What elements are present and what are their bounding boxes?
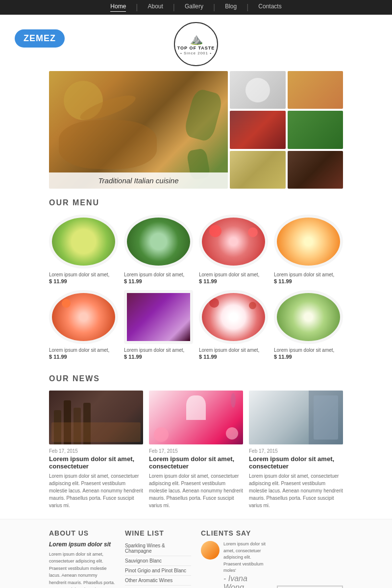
bottom-section: ABOUT US Lorem ipsum dolor sit Lorem ips… bbox=[0, 519, 392, 588]
menu-item-8-desc: Lorem ipsum dolor sit amet, bbox=[274, 347, 343, 354]
menu-section-title: OUR MENU bbox=[0, 198, 392, 207]
nav-home[interactable]: Home bbox=[110, 3, 126, 12]
brand-since: • Since 2001 • bbox=[180, 51, 212, 55]
hero-thumb-1 bbox=[230, 71, 286, 109]
news-1-title: Lorem ipsum dolor sit amet, consectetuer bbox=[49, 455, 143, 470]
wine-list: Sparkling Wines & Champagne Sauvignon Bl… bbox=[125, 541, 191, 588]
news-2-body: Lorem ipsum dolor sit amet, consectetuer… bbox=[149, 472, 243, 509]
nav-gallery[interactable]: Gallery bbox=[185, 3, 203, 12]
news-grid: Feb 17, 2015 Lorem ipsum dolor sit amet,… bbox=[0, 391, 392, 509]
hero-thumb-5 bbox=[230, 151, 286, 189]
menu-item-3-price: $ 11.99 bbox=[199, 278, 268, 284]
menu-item-3: Lorem ipsum dolor sit amet, $ 11.99 bbox=[199, 215, 268, 284]
news-section: OUR NEWS Feb 17, 2015 Lorem ipsum dolor … bbox=[0, 374, 392, 509]
hero-thumb-4 bbox=[288, 111, 343, 148]
news-item-2: Feb 17, 2015 Lorem ipsum dolor sit amet,… bbox=[149, 391, 243, 509]
menu-item-4-price: $ 11.99 bbox=[274, 278, 343, 284]
menu-item-1-price: $ 11.99 bbox=[49, 278, 118, 284]
nav-about[interactable]: About bbox=[147, 3, 163, 12]
wine-column: WINE LIST Sparkling Wines & Champagne Sa… bbox=[125, 529, 191, 588]
menu-item-1: Lorem ipsum dolor sit amet, $ 11.99 bbox=[49, 215, 118, 284]
menu-item-3-desc: Lorem ipsum dolor sit amet, bbox=[199, 271, 268, 278]
about-column: ABOUT US Lorem ipsum dolor sit Lorem ips… bbox=[49, 529, 115, 588]
menu-item-6-desc: Lorem ipsum dolor sit amet, bbox=[124, 347, 193, 354]
client-review-1-text: Lorem ipsum dolor sit amet, consectetuer… bbox=[223, 541, 267, 574]
nav-contacts[interactable]: Contacts bbox=[258, 3, 281, 12]
wine-item-4[interactable]: Other Aromatic Wines bbox=[125, 576, 191, 586]
menu-item-8-price: $ 11.99 bbox=[274, 354, 343, 360]
about-title: ABOUT US bbox=[49, 529, 115, 537]
wine-item-5[interactable]: Chardonnay bbox=[125, 586, 191, 588]
hero-caption: Traditional Italian cuisine bbox=[49, 172, 228, 189]
nav-blog[interactable]: Blog bbox=[225, 3, 237, 12]
news-1-body: Lorem ipsum dolor sit amet, consectetuer… bbox=[49, 472, 143, 509]
zemez-logo: ZEMEZ bbox=[15, 29, 65, 48]
menu-item-2-desc: Lorem ipsum dolor sit amet, bbox=[124, 271, 193, 278]
about-body: Lorem ipsum dolor sit amet, consectetuer… bbox=[49, 551, 115, 588]
clients-column: CLIENTS SAY Lorem ipsum dolor sit amet, … bbox=[201, 529, 267, 588]
menu-section: OUR MENU Lorem ipsum dolor sit amet, $ 1… bbox=[0, 198, 392, 360]
brand-logo: ⛰️ TOP OF TASTE • Since 2001 • bbox=[174, 22, 218, 66]
news-3-body: Lorem ipsum dolor sit amet, consectetuer… bbox=[249, 472, 343, 509]
menu-item-5-price: $ 11.99 bbox=[49, 354, 118, 360]
menu-item-4-desc: Lorem ipsum dolor sit amet, bbox=[274, 271, 343, 278]
news-section-title: OUR NEWS bbox=[0, 374, 392, 383]
hero-thumb-3 bbox=[230, 111, 286, 148]
news-image-1 bbox=[49, 391, 143, 444]
site-header: ZEMEZ ⛰️ TOP OF TASTE • Since 2001 • bbox=[0, 15, 392, 71]
about-subtitle: Lorem ipsum dolor sit bbox=[49, 541, 115, 548]
news-3-date: Feb 17, 2015 bbox=[249, 448, 343, 454]
menu-item-7: Lorem ipsum dolor sit amet, $ 11.99 bbox=[199, 290, 268, 360]
menu-item-1-desc: Lorem ipsum dolor sit amet, bbox=[49, 271, 118, 278]
news-2-title: Lorem ipsum dolor sit amet, consectetuer bbox=[149, 455, 243, 470]
news-3-title: Lorem ipsum dolor sit amet, consectetuer bbox=[249, 455, 343, 470]
hero-grid bbox=[230, 71, 343, 189]
news-2-date: Feb 17, 2015 bbox=[149, 448, 243, 454]
news-image-2 bbox=[149, 391, 243, 444]
promo-column: ❧ ❦ Wedding MENU SAVE 20% ❧ ❦ bbox=[277, 529, 343, 588]
hero-section: Traditional Italian cuisine bbox=[0, 71, 392, 189]
news-image-3 bbox=[249, 391, 343, 444]
top-navigation: Home | About | Gallery | Blog | Contacts bbox=[0, 0, 392, 15]
clients-title: CLIENTS SAY bbox=[201, 529, 267, 537]
wine-item-1[interactable]: Sparkling Wines & Champagne bbox=[125, 541, 191, 556]
menu-item-8: Lorem ipsum dolor sit amet, $ 11.99 bbox=[274, 290, 343, 360]
news-1-date: Feb 17, 2015 bbox=[49, 448, 143, 454]
promo-box: ❧ ❦ Wedding MENU SAVE 20% ❧ ❦ bbox=[277, 586, 343, 588]
menu-grid: Lorem ipsum dolor sit amet, $ 11.99 Lore… bbox=[0, 215, 392, 360]
client-review-1-content: Lorem ipsum dolor sit amet, consectetuer… bbox=[223, 541, 267, 588]
menu-item-7-desc: Lorem ipsum dolor sit amet, bbox=[199, 347, 268, 354]
client-review-1: Lorem ipsum dolor sit amet, consectetuer… bbox=[201, 541, 267, 588]
menu-item-5-desc: Lorem ipsum dolor sit amet, bbox=[49, 347, 118, 354]
hero-main-image: Traditional Italian cuisine bbox=[49, 71, 228, 189]
nav-bar: Home | About | Gallery | Blog | Contacts bbox=[0, 0, 392, 15]
news-item-1: Feb 17, 2015 Lorem ipsum dolor sit amet,… bbox=[49, 391, 143, 509]
wine-item-2[interactable]: Sauvignon Blanc bbox=[125, 556, 191, 566]
menu-item-5: Lorem ipsum dolor sit amet, $ 11.99 bbox=[49, 290, 118, 360]
news-item-3: Feb 17, 2015 Lorem ipsum dolor sit amet,… bbox=[249, 391, 343, 509]
mountain-icon: ⛰️ bbox=[190, 33, 203, 46]
client-name-1: - Ivana Wong bbox=[223, 574, 267, 588]
menu-item-6-price: $ 11.99 bbox=[124, 354, 193, 360]
hero-thumb-6 bbox=[288, 151, 343, 189]
menu-item-6: Lorem ipsum dolor sit amet, $ 11.99 bbox=[124, 290, 193, 360]
menu-item-2: Lorem ipsum dolor sit amet, $ 11.99 bbox=[124, 215, 193, 284]
hero-thumb-2 bbox=[288, 71, 343, 109]
menu-item-4: Lorem ipsum dolor sit amet, $ 11.99 bbox=[274, 215, 343, 284]
menu-item-7-price: $ 11.99 bbox=[199, 354, 268, 360]
wine-title: WINE LIST bbox=[125, 529, 191, 537]
menu-item-2-price: $ 11.99 bbox=[124, 278, 193, 284]
client-avatar-1 bbox=[201, 541, 220, 560]
wine-item-3[interactable]: Pinot Grigio and Pinot Blanc bbox=[125, 566, 191, 576]
brand-name: TOP OF TASTE bbox=[177, 46, 215, 51]
